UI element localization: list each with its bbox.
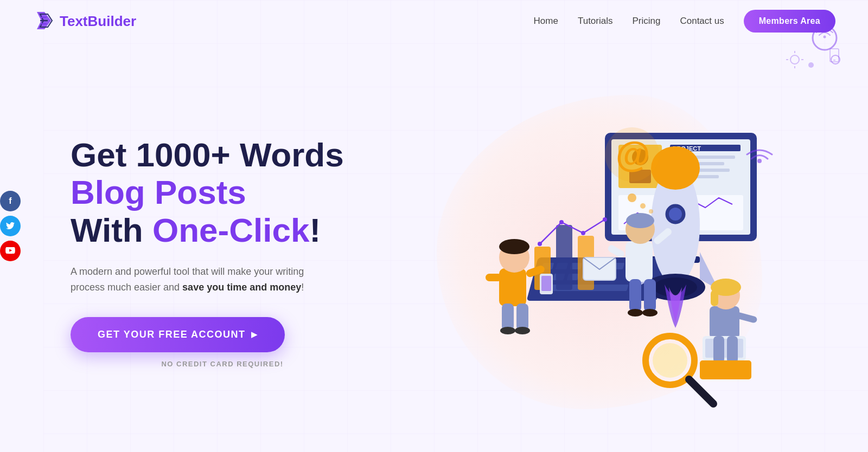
logo-text: TextBuilder <box>60 13 136 30</box>
svg-rect-84 <box>626 241 653 282</box>
envelope-icon <box>583 257 616 280</box>
svg-rect-52 <box>556 225 572 290</box>
nav-pricing[interactable]: Pricing <box>632 16 660 27</box>
cta-label: GET YOUR FREE ACCOUNT <box>98 329 246 340</box>
youtube-icon <box>5 247 15 255</box>
svg-text:@: @ <box>616 134 650 174</box>
headline: Get 1000+ Words Blog Posts With One-Clic… <box>71 136 374 249</box>
headline-line3-black: With <box>71 211 152 249</box>
svg-rect-69 <box>516 304 528 331</box>
svg-point-56 <box>581 231 585 235</box>
svg-line-60 <box>689 379 713 404</box>
logo-icon <box>33 10 55 33</box>
svg-point-91 <box>628 309 643 317</box>
nav-home[interactable]: Home <box>534 16 558 27</box>
headline-exclaim: ! <box>309 211 321 249</box>
at-symbol: @ <box>605 127 659 182</box>
person-right <box>700 279 758 379</box>
subtitle-bold: save you time and money <box>182 282 301 293</box>
svg-point-57 <box>603 217 607 222</box>
headline-one-click: One-Click <box>152 211 309 249</box>
members-area-button[interactable]: Members Area <box>744 10 835 33</box>
twitter-button[interactable] <box>0 216 21 236</box>
svg-point-95 <box>649 209 653 214</box>
isometric-scene: PROJECT <box>426 89 773 415</box>
svg-rect-64 <box>486 274 502 281</box>
subtitle-end: ! <box>301 282 304 293</box>
youtube-button[interactable] <box>0 241 21 261</box>
svg-point-70 <box>500 327 515 334</box>
svg-point-59 <box>653 343 687 378</box>
facebook-button[interactable]: f <box>0 191 21 211</box>
svg-rect-79 <box>713 336 724 363</box>
subtitle: A modern and powerful tool that will mak… <box>71 264 331 295</box>
svg-point-46 <box>669 208 682 221</box>
svg-rect-80 <box>727 336 738 363</box>
svg-rect-72 <box>710 306 739 339</box>
svg-rect-89 <box>629 279 641 312</box>
cta-free-account-button[interactable]: GET YOUR FREE ACCOUNT ▶ <box>71 317 285 352</box>
no-credit-card-text: NO CREDIT CARD REQUIRED! <box>71 360 374 368</box>
svg-point-55 <box>559 220 564 224</box>
nav-tutorials[interactable]: Tutorials <box>578 16 613 27</box>
svg-rect-67 <box>541 276 551 291</box>
twitter-icon <box>6 222 15 230</box>
svg-point-92 <box>642 309 658 317</box>
svg-point-54 <box>538 242 542 246</box>
svg-point-63 <box>499 239 529 254</box>
svg-point-97 <box>757 159 762 163</box>
svg-rect-83 <box>700 360 751 379</box>
svg-rect-87 <box>607 244 626 259</box>
hero-section: Get 1000+ Words Blog Posts With One-Clic… <box>0 42 868 451</box>
svg-rect-75 <box>711 290 718 306</box>
svg-point-86 <box>626 213 654 228</box>
svg-rect-68 <box>502 304 514 331</box>
headline-line2: Blog Posts <box>71 173 246 211</box>
hero-illustration: PROJECT <box>374 68 825 436</box>
svg-rect-90 <box>644 279 656 312</box>
logo[interactable]: TextBuilder <box>33 10 136 33</box>
svg-point-71 <box>515 327 530 334</box>
svg-point-93 <box>628 193 636 202</box>
svg-rect-61 <box>499 268 526 306</box>
headline-line1: Get 1000+ Words <box>71 136 344 173</box>
svg-point-48 <box>654 277 697 297</box>
cta-arrow-icon: ▶ <box>251 330 258 339</box>
svg-point-94 <box>640 203 646 209</box>
hero-text: Get 1000+ Words Blog Posts With One-Clic… <box>71 136 374 368</box>
nav-contact[interactable]: Contact us <box>680 16 724 27</box>
header: TextBuilder Home Tutorials Pricing Conta… <box>0 0 868 42</box>
social-sidebar: f <box>0 191 21 261</box>
main-nav: Home Tutorials Pricing Contact us Member… <box>534 10 835 33</box>
